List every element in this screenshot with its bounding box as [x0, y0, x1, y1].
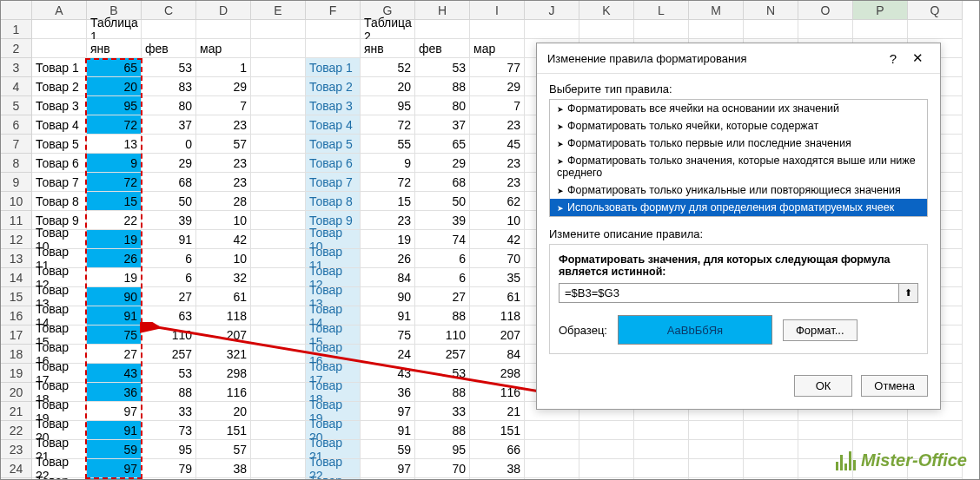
rule-item[interactable]: Форматировать только первые или последни…	[550, 135, 927, 152]
col-header-K[interactable]: K	[579, 1, 634, 20]
value-cell[interactable]: 6	[142, 249, 196, 268]
row-header-10[interactable]: 10	[1, 192, 32, 211]
empty-cell[interactable]	[251, 402, 306, 421]
col-header-I[interactable]: I	[470, 1, 525, 20]
value-cell[interactable]: 70	[415, 459, 470, 478]
value-cell[interactable]: 15	[87, 192, 142, 211]
row-header-17[interactable]: 17	[1, 325, 32, 345]
empty-cell[interactable]	[251, 96, 306, 115]
value-cell[interactable]: 151	[470, 421, 525, 440]
empty-cell[interactable]	[634, 20, 689, 39]
row-header-9[interactable]: 9	[1, 173, 32, 192]
value-cell[interactable]: 39	[142, 211, 196, 230]
value-cell[interactable]: 50	[415, 192, 470, 211]
value-cell[interactable]: 20	[196, 402, 251, 421]
item-name[interactable]: Товар 1	[32, 58, 87, 77]
value-cell[interactable]: 26	[87, 249, 142, 268]
empty-cell[interactable]	[142, 20, 196, 39]
row-header-23[interactable]: 23	[1, 440, 32, 459]
value-cell[interactable]: 91	[142, 230, 196, 249]
empty-cell[interactable]	[470, 20, 525, 39]
empty-cell[interactable]	[32, 20, 87, 39]
select-all-corner[interactable]	[1, 1, 32, 20]
empty-cell[interactable]	[251, 77, 306, 96]
rule-item[interactable]: Форматировать все ячейки на основании их…	[550, 100, 927, 117]
item-name[interactable]: Товар 7	[32, 173, 87, 192]
row-header-7[interactable]: 7	[1, 135, 32, 154]
value-cell[interactable]: 7	[196, 96, 251, 115]
value-cell[interactable]: 70	[470, 249, 525, 268]
empty-cell[interactable]	[251, 230, 306, 249]
empty-cell[interactable]	[744, 20, 798, 39]
empty-cell[interactable]	[251, 192, 306, 211]
empty-cell[interactable]	[251, 287, 306, 306]
value-cell[interactable]: 91	[361, 306, 415, 325]
value-cell[interactable]: 27	[142, 287, 196, 306]
value-cell[interactable]: 50	[142, 192, 196, 211]
empty-cell[interactable]	[251, 421, 306, 440]
value-cell[interactable]: 321	[196, 345, 251, 364]
value-cell[interactable]: 88	[415, 421, 470, 440]
value-cell[interactable]: 73	[142, 421, 196, 440]
value-cell[interactable]: 28	[196, 192, 251, 211]
row-header-11[interactable]: 11	[1, 211, 32, 230]
value-cell[interactable]: 61	[470, 287, 525, 306]
item-name[interactable]: Товар 2	[32, 77, 87, 96]
row-header-15[interactable]: 15	[1, 287, 32, 306]
value-cell[interactable]: 59	[361, 440, 415, 459]
empty-cell[interactable]	[251, 173, 306, 192]
empty-cell[interactable]	[744, 440, 798, 459]
empty-cell[interactable]	[634, 459, 689, 478]
value-cell[interactable]: 88	[415, 383, 470, 402]
rule-type-list[interactable]: Форматировать все ячейки на основании их…	[549, 99, 928, 217]
value-cell[interactable]: 23	[470, 173, 525, 192]
value-cell[interactable]: 97	[87, 402, 142, 421]
col-header-L[interactable]: L	[634, 1, 689, 20]
empty-cell[interactable]	[196, 20, 251, 39]
value-cell[interactable]: 207	[196, 325, 251, 345]
empty-cell[interactable]	[251, 39, 306, 58]
value-cell[interactable]: 10	[196, 249, 251, 268]
col-header-D[interactable]: D	[196, 1, 251, 20]
row-header-19[interactable]: 19	[1, 364, 32, 383]
value-cell[interactable]: 72	[87, 173, 142, 192]
empty-cell[interactable]	[251, 345, 306, 364]
row-header-20[interactable]: 20	[1, 383, 32, 402]
value-cell[interactable]: 257	[415, 345, 470, 364]
value-cell[interactable]: 32	[196, 268, 251, 287]
value-cell[interactable]: 95	[415, 440, 470, 459]
item-name[interactable]: Товар 6	[306, 154, 361, 173]
empty-cell[interactable]	[853, 20, 908, 39]
value-cell[interactable]: 27	[415, 287, 470, 306]
value-cell[interactable]: 83	[142, 77, 196, 96]
formula-input[interactable]	[559, 283, 899, 303]
value-cell[interactable]: 10	[196, 211, 251, 230]
value-cell[interactable]: 66	[470, 440, 525, 459]
value-cell[interactable]: 38	[470, 459, 525, 478]
value-cell[interactable]: 72	[361, 173, 415, 192]
empty-cell[interactable]	[579, 421, 634, 440]
value-cell[interactable]: 36	[361, 383, 415, 402]
value-cell[interactable]: 118	[196, 306, 251, 325]
value-cell[interactable]: 33	[415, 402, 470, 421]
value-cell[interactable]: 10	[470, 211, 525, 230]
value-cell[interactable]: 57	[196, 440, 251, 459]
value-cell[interactable]: 65	[415, 135, 470, 154]
rule-item[interactable]: Форматировать только ячейки, которые сод…	[550, 117, 927, 135]
value-cell[interactable]: 77	[470, 58, 525, 77]
value-cell[interactable]: 24	[361, 345, 415, 364]
value-cell[interactable]: 72	[361, 115, 415, 135]
value-cell[interactable]: 84	[361, 268, 415, 287]
value-cell[interactable]: 6	[142, 268, 196, 287]
value-cell[interactable]: 75	[361, 325, 415, 345]
value-cell[interactable]: 95	[142, 440, 196, 459]
item-name[interactable]: Товар 3	[32, 96, 87, 115]
value-cell[interactable]: 20	[87, 77, 142, 96]
value-cell[interactable]: 37	[415, 115, 470, 135]
value-cell[interactable]: 88	[415, 306, 470, 325]
item-name[interactable]: Товар 4	[32, 115, 87, 135]
rule-item[interactable]: Форматировать только значения, которые н…	[550, 152, 927, 181]
value-cell[interactable]: 298	[196, 364, 251, 383]
value-cell[interactable]: 39	[415, 211, 470, 230]
value-cell[interactable]: 42	[196, 230, 251, 249]
